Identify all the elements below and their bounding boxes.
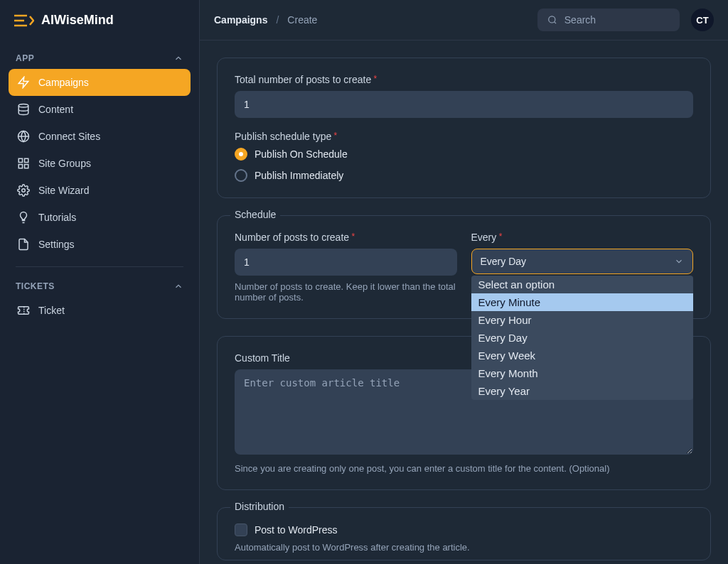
checkbox-post-wordpress[interactable]: Post to WordPress bbox=[235, 524, 693, 536]
svg-point-4 bbox=[18, 104, 28, 108]
sidebar-item-connect-sites[interactable]: Connect Sites bbox=[9, 123, 191, 150]
checkbox-icon bbox=[235, 524, 247, 536]
sidebar-item-site-groups[interactable]: Site Groups bbox=[9, 150, 191, 177]
sidebar-item-tutorials[interactable]: Tutorials bbox=[9, 204, 191, 231]
svg-point-13 bbox=[549, 16, 555, 23]
search-box[interactable] bbox=[537, 9, 680, 31]
radio-label: Publish On Schedule bbox=[255, 148, 348, 160]
sidebar-item-label: Tutorials bbox=[38, 212, 76, 223]
sidebar-item-content[interactable]: Content bbox=[9, 96, 191, 123]
search-input[interactable] bbox=[564, 14, 670, 26]
svg-point-11 bbox=[22, 189, 26, 192]
dropdown-option-month[interactable]: Every Month bbox=[471, 364, 694, 382]
num-posts-input[interactable] bbox=[235, 249, 457, 276]
search-icon bbox=[547, 14, 557, 26]
post-wp-help: Automatically post to WordPress after cr… bbox=[235, 542, 693, 553]
gear-icon bbox=[17, 184, 30, 197]
sidebar-section-app: APP Campaigns Content Connect Sites bbox=[0, 40, 199, 331]
lightning-icon bbox=[17, 76, 30, 89]
dropdown-option-day[interactable]: Every Day bbox=[471, 329, 694, 347]
radio-circle-icon bbox=[235, 169, 247, 182]
sidebar-header: AIWiseMind bbox=[0, 0, 199, 40]
custom-title-help: Since you are creating only one post, yo… bbox=[235, 463, 693, 474]
topbar: Campaigns / Create CT bbox=[200, 0, 728, 40]
radio-label: Publish Immediately bbox=[255, 170, 343, 181]
svg-rect-7 bbox=[18, 158, 22, 162]
dropdown-option-week[interactable]: Every Week bbox=[471, 347, 694, 364]
select-display[interactable]: Every Day bbox=[471, 249, 694, 274]
sidebar: AIWiseMind APP Campaigns Content Connect… bbox=[0, 0, 200, 564]
ticket-icon bbox=[17, 304, 30, 317]
lightbulb-icon bbox=[17, 211, 30, 224]
breadcrumb-current: Create bbox=[287, 14, 317, 26]
brand-name: AIWiseMind bbox=[41, 13, 114, 28]
total-posts-input[interactable] bbox=[235, 91, 693, 118]
schedule-legend: Schedule bbox=[230, 209, 280, 220]
radio-circle-icon bbox=[235, 148, 247, 161]
every-label: Every bbox=[471, 232, 694, 243]
breadcrumb-root[interactable]: Campaigns bbox=[214, 14, 267, 26]
section-label: APP bbox=[16, 53, 34, 63]
select-value: Every Day bbox=[481, 256, 527, 267]
content-area: Total number of posts to create Publish … bbox=[200, 40, 728, 564]
num-posts-help: Number of posts to create. Keep it lower… bbox=[235, 281, 457, 303]
svg-marker-3 bbox=[18, 77, 28, 88]
database-icon bbox=[17, 103, 30, 116]
sidebar-item-label: Site Groups bbox=[38, 158, 91, 169]
sidebar-item-label: Connect Sites bbox=[38, 131, 100, 142]
sidebar-item-label: Campaigns bbox=[38, 77, 89, 88]
section-label: TICKETS bbox=[16, 281, 55, 291]
total-posts-label: Total number of posts to create bbox=[235, 74, 693, 85]
sidebar-item-ticket[interactable]: Ticket bbox=[9, 297, 191, 324]
radio-publish-schedule[interactable]: Publish On Schedule bbox=[235, 148, 693, 161]
section-header-tickets[interactable]: TICKETS bbox=[9, 276, 191, 297]
breadcrumb-separator: / bbox=[276, 14, 279, 26]
topbar-right: CT bbox=[537, 9, 714, 31]
checkbox-label: Post to WordPress bbox=[255, 524, 337, 536]
avatar[interactable]: CT bbox=[691, 9, 714, 31]
schedule-radio-group: Publish On Schedule Publish Immediately bbox=[235, 148, 693, 182]
sidebar-item-site-wizard[interactable]: Site Wizard bbox=[9, 177, 191, 204]
divider bbox=[16, 266, 183, 267]
dropdown-option-minute[interactable]: Every Minute bbox=[471, 293, 694, 311]
svg-rect-8 bbox=[25, 158, 28, 162]
chevron-down-icon bbox=[674, 256, 684, 266]
sidebar-item-label: Ticket bbox=[38, 305, 65, 316]
document-icon bbox=[17, 238, 30, 251]
card-schedule: Schedule Number of posts to create Numbe… bbox=[217, 215, 711, 319]
dropdown-option-year[interactable]: Every Year bbox=[471, 382, 694, 400]
dropdown-option-hour[interactable]: Every Hour bbox=[471, 311, 694, 329]
logo-icon bbox=[14, 13, 34, 28]
every-select[interactable]: Every Day Select an option Every Minute … bbox=[471, 249, 694, 274]
sidebar-item-settings[interactable]: Settings bbox=[9, 231, 191, 258]
card-distribution: Distribution Post to WordPress Automatic… bbox=[217, 507, 711, 560]
section-header-app[interactable]: APP bbox=[9, 48, 191, 69]
sidebar-item-label: Settings bbox=[38, 239, 75, 250]
breadcrumb: Campaigns / Create bbox=[214, 14, 317, 26]
globe-icon bbox=[17, 130, 30, 143]
sidebar-item-campaigns[interactable]: Campaigns bbox=[9, 69, 191, 96]
svg-line-14 bbox=[555, 22, 556, 23]
distribution-legend: Distribution bbox=[230, 501, 289, 512]
svg-rect-9 bbox=[25, 165, 28, 168]
sidebar-item-label: Site Wizard bbox=[38, 185, 90, 196]
every-dropdown: Select an option Every Minute Every Hour… bbox=[471, 276, 694, 400]
card-posts-config: Total number of posts to create Publish … bbox=[217, 58, 711, 198]
chevron-up-icon bbox=[173, 281, 183, 291]
svg-rect-10 bbox=[18, 165, 22, 168]
num-posts-label: Number of posts to create bbox=[235, 232, 457, 243]
main: Campaigns / Create CT Total number of po… bbox=[200, 0, 728, 564]
grid-icon bbox=[17, 157, 30, 170]
dropdown-option-placeholder[interactable]: Select an option bbox=[471, 276, 694, 293]
schedule-type-label: Publish schedule type bbox=[235, 131, 693, 142]
chevron-up-icon bbox=[173, 53, 183, 63]
avatar-initials: CT bbox=[696, 15, 708, 26]
sidebar-item-label: Content bbox=[38, 104, 73, 115]
radio-publish-immediately[interactable]: Publish Immediately bbox=[235, 169, 693, 182]
